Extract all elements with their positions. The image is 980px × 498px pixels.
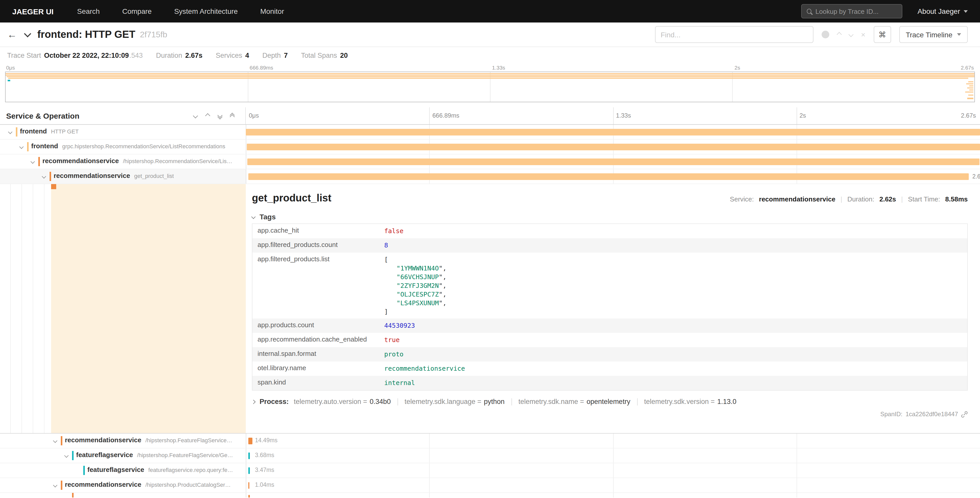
- chevron-down-icon: [251, 215, 256, 219]
- tag-key: span.kind: [258, 378, 384, 386]
- collapse-all-icon[interactable]: [231, 113, 234, 118]
- collapse-trace-header-icon[interactable]: [24, 30, 31, 37]
- minimap-canvas[interactable]: [5, 72, 975, 102]
- tag-value: true: [384, 335, 399, 344]
- span-bar[interactable]: [248, 452, 250, 459]
- span-timeline-cell[interactable]: [246, 493, 980, 498]
- span-name-cell[interactable]: [0, 493, 246, 498]
- prev-result-icon[interactable]: [837, 32, 842, 37]
- tag-key: otel.library.name: [258, 364, 384, 372]
- span-row[interactable]: recommendationservice /hipstershop.Recom…: [0, 155, 980, 169]
- chevron-down-icon[interactable]: [19, 145, 24, 149]
- process-section-toggle[interactable]: Process: telemetry.auto.version 0.34b0 t…: [252, 398, 968, 405]
- span-name-cell[interactable]: frontend grpc.hipstershop.Recommendation…: [0, 140, 246, 154]
- find-input[interactable]: [655, 26, 813, 43]
- span-row[interactable]: featureflagservice /hipstershop.FeatureF…: [0, 449, 980, 463]
- nav-item-compare[interactable]: Compare: [122, 7, 151, 15]
- tags-section-toggle[interactable]: Tags: [252, 210, 968, 223]
- chevron-down-icon: [957, 33, 961, 36]
- tick-label: 1.33s: [616, 112, 631, 119]
- tag-row: app.recommendation.cache_enabled true: [252, 333, 967, 347]
- tick-label: 666.89ms: [250, 64, 273, 70]
- span-timeline-cell[interactable]: [246, 155, 980, 169]
- collapse-one-icon[interactable]: [205, 113, 210, 118]
- span-operation-title: get_product_list: [252, 192, 331, 204]
- tag-key: app.recommendation.cache_enabled: [258, 335, 384, 343]
- tick-label: 2.67s: [961, 64, 974, 70]
- span-timeline-cell[interactable]: 2.62s: [246, 169, 980, 184]
- trace-id-lookup-input[interactable]: [816, 7, 897, 15]
- tag-list-item: 66VCHSJNUP: [384, 273, 447, 281]
- span-name-cell[interactable]: frontend HTTP GET: [0, 125, 246, 139]
- minimap-span-line: [966, 83, 974, 85]
- span-name-cell[interactable]: recommendationservice get_product_list: [0, 169, 246, 184]
- span-row-selected[interactable]: recommendationservice get_product_list 2…: [0, 169, 980, 184]
- timeline-collapser: [194, 113, 234, 118]
- span-bar[interactable]: [248, 482, 249, 489]
- trace-id-lookup[interactable]: [801, 4, 902, 18]
- nav-item-system-architecture[interactable]: System Architecture: [174, 7, 238, 15]
- service-name: featureflagservice: [88, 466, 144, 474]
- span-row[interactable]: frontend HTTP GET: [0, 125, 980, 140]
- span-name-cell[interactable]: recommendationservice /hipstershop.Featu…: [0, 434, 246, 448]
- minimap-span-line: [968, 94, 974, 96]
- tag-row: otel.library.name recommendationservice: [252, 361, 967, 376]
- find-results-icon[interactable]: [822, 31, 829, 38]
- nav-item-monitor[interactable]: Monitor: [260, 7, 284, 15]
- chevron-down-icon[interactable]: [53, 439, 57, 443]
- span-timeline-cell[interactable]: 3.47ms: [246, 463, 980, 477]
- span-timeline-cell[interactable]: 14.49ms: [246, 434, 980, 448]
- tag-list-item: OLJCESPC7Z: [384, 290, 447, 298]
- chevron-down-icon[interactable]: [31, 160, 35, 164]
- app-logo[interactable]: JAEGER UI: [12, 7, 54, 16]
- span-row[interactable]: featureflagservice featureflagservice.re…: [0, 463, 980, 478]
- span-bar[interactable]: [246, 129, 980, 136]
- span-row[interactable]: frontend grpc.hipstershop.Recommendation…: [0, 140, 980, 155]
- chevron-down-icon: [964, 10, 968, 13]
- indent-guide: [44, 184, 45, 433]
- span-timeline-cell[interactable]: 1.04ms: [246, 478, 980, 492]
- chevron-down-icon[interactable]: [42, 174, 46, 179]
- span-name-cell[interactable]: featureflagservice /hipstershop.FeatureF…: [0, 449, 246, 463]
- selected-span-highlight[interactable]: [51, 184, 246, 433]
- span-row[interactable]: recommendationservice /hipstershop.Featu…: [0, 434, 980, 449]
- expand-one-icon[interactable]: [193, 113, 198, 118]
- timeline-column-header: Service & Operation 0μs 666.89ms 1.33s 2…: [0, 107, 980, 125]
- span-bar[interactable]: [247, 144, 980, 150]
- span-bar[interactable]: [248, 467, 250, 474]
- span-timeline-cell[interactable]: [246, 125, 980, 139]
- link-icon[interactable]: [961, 411, 968, 417]
- span-timeline-cell[interactable]: [246, 140, 980, 154]
- span-bar[interactable]: [248, 173, 969, 180]
- clear-find-icon[interactable]: ×: [861, 31, 865, 38]
- span-name-cell[interactable]: featureflagservice featureflagservice.re…: [0, 463, 246, 477]
- minimap-span-line: [967, 97, 974, 99]
- expand-all-icon[interactable]: [218, 113, 222, 118]
- span-row[interactable]: recommendationservice /hipstershop.Produ…: [0, 478, 980, 493]
- next-result-icon[interactable]: [848, 32, 854, 37]
- tags-table: app.cache_hit false app.filtered_product…: [252, 223, 968, 391]
- about-jaeger-label: About Jaeger: [917, 7, 960, 15]
- span-bar[interactable]: [248, 438, 252, 444]
- span-bar[interactable]: [247, 158, 980, 165]
- span-name-cell[interactable]: recommendationservice /hipstershop.Recom…: [0, 155, 246, 169]
- span-bar[interactable]: [248, 495, 250, 498]
- keyboard-shortcuts-button[interactable]: ⌘: [873, 26, 891, 43]
- back-arrow-icon[interactable]: ←: [7, 29, 17, 40]
- ruler-gridline: [613, 107, 613, 124]
- trace-view-selector[interactable]: Trace Timeline: [899, 26, 968, 43]
- span-duration-label: 14.49ms: [255, 437, 277, 443]
- span-duration-label: 3.47ms: [255, 467, 274, 473]
- trace-total-spans: Total Spans 20: [301, 51, 348, 59]
- tag-value: recommendationservice: [384, 364, 465, 373]
- span-name-cell[interactable]: recommendationservice /hipstershop.Produ…: [0, 478, 246, 492]
- span-timeline-cell[interactable]: 3.68ms: [246, 449, 980, 463]
- nav-item-search[interactable]: Search: [77, 7, 100, 15]
- chevron-down-icon[interactable]: [64, 453, 69, 458]
- tag-list-item: 1YMWWN1N4O: [384, 264, 447, 273]
- about-jaeger-menu[interactable]: About Jaeger: [917, 7, 968, 15]
- chevron-down-icon[interactable]: [8, 130, 13, 134]
- chevron-down-icon[interactable]: [53, 483, 57, 487]
- ruler-gridline: [797, 107, 797, 124]
- span-row-partial[interactable]: [0, 493, 980, 498]
